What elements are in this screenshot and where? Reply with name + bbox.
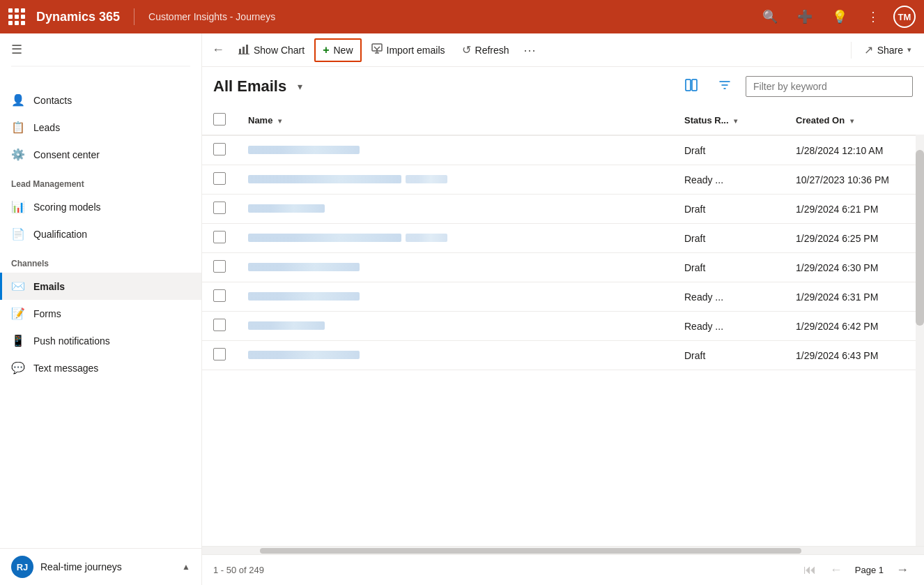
sidebar-item-qualification[interactable]: 📄 Qualification [0,220,201,248]
share-icon: ↗ [864,43,873,56]
sidebar-item-label: Emails [33,281,65,292]
svg-rect-1 [242,47,245,54]
import-emails-button[interactable]: Import emails [364,39,452,61]
vertical-scrollbar-thumb[interactable] [916,150,924,326]
back-button[interactable]: ← [208,38,229,61]
apps-menu-icon[interactable] [8,8,25,25]
more-commands-button[interactable]: ⋯ [519,38,540,62]
idea-button[interactable]: 💡 [826,6,853,27]
horizontal-scrollbar-track[interactable] [202,546,924,554]
forms-icon: 📝 [11,307,25,320]
cmd-divider [851,42,852,59]
sidebar-item-leads[interactable]: 📋 Leads [0,114,201,141]
filter-keyword-input[interactable] [746,76,913,97]
list-title-dropdown-icon[interactable]: ▾ [298,81,302,92]
sidebar-item-contacts[interactable]: 👤 Contacts [0,86,201,114]
push-notifications-icon: 📱 [11,334,25,347]
row-checkbox[interactable] [213,202,226,214]
page-label: Page 1 [852,565,886,575]
row-status-cell: Draft [673,253,785,282]
prev-page-button[interactable]: ← [826,560,847,580]
footer: 1 - 50 of 249 ⏮ ← Page 1 → [202,554,924,585]
row-checkbox-cell [202,253,237,282]
row-checkbox[interactable] [213,260,226,273]
user-avatar[interactable]: TM [893,6,916,28]
share-button[interactable]: ↗ Share ▾ [857,39,918,61]
row-status-cell: Draft [673,135,785,165]
select-all-checkbox[interactable] [213,113,226,126]
add-button[interactable]: ➕ [792,6,818,27]
share-label: Share [877,45,903,56]
first-page-button[interactable]: ⏮ [799,560,820,580]
row-name-cell[interactable] [237,341,673,370]
row-date-cell: 1/29/2024 6:21 PM [785,195,924,224]
search-button[interactable]: 🔍 [757,6,783,27]
col-header-status[interactable]: Status R... ▾ [673,106,785,135]
row-date-cell: 1/29/2024 6:25 PM [785,224,924,253]
row-checkbox-cell [202,224,237,253]
consent-center-icon: ⚙️ [11,148,25,161]
row-name-cell[interactable] [237,135,673,165]
sidebar-item-forms[interactable]: 📝 Forms [0,300,201,327]
row-name-cell[interactable] [237,165,673,195]
topbar-subtitle: Customer Insights - Journeys [148,11,275,22]
sidebar-item-text-messages[interactable]: 💬 Text messages [0,354,201,381]
row-name-cell[interactable] [237,224,673,253]
table-row: Ready ... 10/27/2023 10:36 PM [202,165,924,195]
row-checkbox[interactable] [213,172,226,185]
sidebar-bottom-real-time-journeys[interactable]: RJ Real-time journeys ▲ [0,548,201,585]
new-label: New [334,45,353,56]
row-name-cell[interactable] [237,195,673,224]
sidebar-hamburger[interactable]: ☰ [0,33,201,66]
sidebar: ☰ 👤 Contacts 📋 Leads ⚙️ Consent center L… [0,33,202,585]
row-checkbox[interactable] [213,289,226,302]
sidebar-item-label: Consent center [33,149,100,160]
sidebar-item-label: Leads [33,122,60,133]
horizontal-scrollbar-thumb[interactable] [260,548,801,554]
row-name-cell[interactable] [237,282,673,312]
list-header: All Emails ▾ [202,67,924,106]
table-row: Draft 1/29/2024 6:43 PM [202,341,924,370]
row-checkbox[interactable] [213,231,226,243]
leads-icon: 📋 [11,121,25,134]
vertical-scrollbar-track[interactable] [916,106,924,546]
sidebar-item-label: Scoring models [33,202,101,213]
show-chart-button[interactable]: Show Chart [231,39,311,61]
next-page-button[interactable]: → [892,560,913,580]
sidebar-item-scoring-models[interactable]: 📊 Scoring models [0,193,201,220]
row-checkbox[interactable] [213,348,226,360]
row-date-cell: 10/27/2023 10:36 PM [785,165,924,195]
sidebar-item-consent-center[interactable]: ⚙️ Consent center [0,141,201,168]
row-checkbox[interactable] [213,143,226,155]
row-name-cell[interactable] [237,253,673,282]
svg-rect-7 [686,79,691,91]
col-header-name[interactable]: Name ▾ [237,106,673,135]
row-name-cell[interactable] [237,312,673,341]
sidebar-bottom-caret: ▲ [182,562,190,572]
edit-columns-button[interactable] [679,74,704,99]
row-date-cell: 1/29/2024 6:42 PM [785,312,924,341]
contacts-icon: 👤 [11,93,25,107]
row-status-cell: Ready ... [673,165,785,195]
import-emails-icon [371,43,383,57]
table-row: Draft 1/29/2024 6:25 PM [202,224,924,253]
sidebar-item-label: Forms [33,308,61,319]
new-button[interactable]: + New [314,38,361,62]
row-status-cell: Ready ... [673,312,785,341]
more-options-button[interactable]: ⋮ [861,6,885,27]
row-checkbox[interactable] [213,319,226,331]
sidebar-item-push-notifications[interactable]: 📱 Push notifications [0,327,201,354]
row-date-cell: 1/29/2024 6:43 PM [785,341,924,370]
row-checkbox-cell [202,341,237,370]
sidebar-item-emails[interactable]: ✉️ Emails [0,273,201,300]
svg-rect-0 [239,49,241,54]
scoring-models-icon: 📊 [11,200,25,213]
main-layout: ☰ 👤 Contacts 📋 Leads ⚙️ Consent center L… [0,33,924,585]
qualification-icon: 📄 [11,227,25,241]
col-header-created-on[interactable]: Created On ▾ [785,106,924,135]
filter-button[interactable] [712,74,737,99]
svg-rect-8 [692,79,697,91]
row-status-cell: Draft [673,341,785,370]
refresh-button[interactable]: ↺ Refresh [455,39,516,61]
sidebar-bottom-label: Real-time journeys [40,561,122,572]
